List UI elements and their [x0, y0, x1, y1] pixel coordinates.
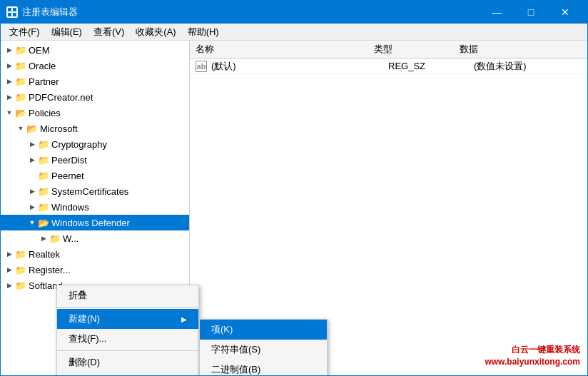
svg-rect-2 [8, 13, 11, 16]
ctx-sep-2 [57, 350, 198, 351]
folder-icon-policies: 📂 [15, 108, 26, 118]
tree-item-microsoft[interactable]: ▼ 📂 Microsoft [1, 121, 189, 136]
menu-view[interactable]: 查看(V) [88, 24, 130, 40]
menu-edit[interactable]: 编辑(E) [46, 24, 88, 40]
tree-item-pdfcreator[interactable]: ▶ 📁 PDFCreator.net [1, 89, 189, 105]
submenu-key[interactable]: 项(K) [200, 320, 327, 340]
menu-file[interactable]: 文件(F) [4, 24, 46, 40]
close-button[interactable]: ✕ [549, 1, 582, 24]
ctx-sep-1 [57, 307, 198, 308]
expand-wsub1[interactable]: ▶ [38, 233, 49, 244]
expand-windefender[interactable]: ▼ [26, 217, 38, 228]
tree-item-register[interactable]: ▶ 📁 Register... [1, 262, 189, 278]
tree-item-windows[interactable]: ▶ 📁 Windows [1, 199, 189, 215]
expand-systemcerts[interactable]: ▶ [26, 186, 38, 197]
tree-label-policies: Policies [29, 108, 61, 118]
folder-icon-oracle: 📁 [15, 61, 26, 71]
tree-label-register: Register... [29, 265, 71, 275]
reg-type-icon: ab [196, 61, 207, 72]
folder-icon-peernet: 📁 [38, 171, 49, 181]
expand-oracle[interactable]: ▶ [4, 60, 15, 71]
registry-editor-window: 注册表编辑器 — □ ✕ 文件(F) 编辑(E) 查看(V) 收藏夹(A) 帮助… [0, 0, 588, 376]
folder-icon-systemcerts: 📁 [38, 186, 49, 197]
tree-label-windows: Windows [51, 202, 89, 213]
reg-data: (数值未设置) [474, 60, 582, 73]
ctx-delete[interactable]: 删除(D) [57, 352, 198, 372]
folder-icon-wsub1: 📁 [49, 233, 61, 244]
details-header: 名称 类型 数据 [190, 41, 587, 59]
expand-oem[interactable]: ▶ [4, 44, 15, 56]
tree-item-oracle[interactable]: ▶ 📁 Oracle [1, 58, 189, 73]
app-icon [6, 6, 18, 18]
submenu-binary[interactable]: 二进制值(B) [200, 360, 327, 375]
context-menu: 折叠 新建(N) ▶ 查找(F)... 删除(D) 重命名(R) [56, 285, 199, 375]
ctx-new[interactable]: 新建(N) ▶ [57, 309, 198, 329]
tree-item-peerdist[interactable]: ▶ 📁 PeerDist [1, 152, 189, 168]
tree-label-microsoft: Microsoft [40, 123, 78, 134]
menu-favorites[interactable]: 收藏夹(A) [130, 24, 181, 40]
tree-item-cryptography[interactable]: ▶ 📁 Cryptography [1, 136, 189, 152]
tree-item-realtek[interactable]: ▶ 📁 Realtek [1, 246, 189, 262]
submenu-arrow: ▶ [181, 315, 187, 323]
expand-cryptography[interactable]: ▶ [26, 138, 38, 150]
expand-softland[interactable]: ▶ [4, 280, 15, 291]
folder-icon-windefender: 📂 [38, 218, 49, 228]
ctx-rename[interactable]: 重命名(R) [57, 372, 198, 375]
folder-icon-pdfcreator: 📁 [15, 92, 26, 103]
expand-realtek[interactable]: ▶ [4, 248, 15, 260]
folder-icon-oem: 📁 [15, 45, 26, 56]
tree-item-partner[interactable]: ▶ 📁 Partner [1, 73, 189, 89]
tree-label-partner: Partner [29, 76, 59, 87]
tree-label-oem: OEM [29, 45, 50, 56]
window-title: 注册表编辑器 [22, 6, 480, 19]
folder-icon-softland: 📁 [15, 280, 26, 291]
tree-label-realtek: Realtek [29, 249, 60, 260]
expand-microsoft[interactable]: ▼ [15, 123, 26, 134]
tree-item-wsub1[interactable]: ▶ 📁 W... [1, 230, 189, 246]
expand-pdfcreator[interactable]: ▶ [4, 91, 15, 103]
tree-label-pdfcreator: PDFCreator.net [29, 92, 93, 103]
svg-rect-3 [13, 13, 16, 16]
tree-label-oracle: Oracle [29, 61, 56, 71]
svg-rect-0 [8, 8, 11, 11]
maximize-button[interactable]: □ [514, 1, 547, 24]
folder-icon-windows: 📁 [38, 202, 49, 213]
reg-type: REG_SZ [388, 61, 474, 71]
ctx-collapse[interactable]: 折叠 [57, 285, 198, 305]
col-header-type: 类型 [374, 43, 460, 56]
submenu-string[interactable]: 字符串值(S) [200, 340, 327, 360]
expand-peerdist[interactable]: ▶ [26, 154, 38, 166]
folder-icon-realtek: 📁 [15, 249, 26, 260]
main-content: ▶ 📁 OEM ▶ 📁 Oracle ▶ 📁 Partner [1, 41, 587, 375]
window-controls: — □ ✕ [480, 1, 582, 24]
expand-partner[interactable]: ▶ [4, 76, 15, 87]
folder-icon-cryptography: 📁 [38, 139, 49, 150]
tree-item-windefender[interactable]: ▼ 📂 Windows Defender [1, 215, 189, 230]
expand-policies[interactable]: ▼ [4, 107, 15, 118]
title-bar: 注册表编辑器 — □ ✕ [1, 1, 587, 24]
tree-label-peernet: Peernet [51, 171, 84, 181]
tree-label-windefender: Windows Defender [51, 218, 130, 228]
submenu: 项(K) 字符串值(S) 二进制值(B) DWORD (32 位)值(D) QW… [199, 319, 328, 375]
tree-label-cryptography: Cryptography [51, 139, 107, 150]
tree-item-oem[interactable]: ▶ 📁 OEM [1, 42, 189, 58]
details-row-default[interactable]: ab (默认) REG_SZ (数值未设置) [190, 59, 587, 74]
tree-item-policies[interactable]: ▼ 📂 Policies [1, 105, 189, 121]
tree-item-peernet[interactable]: 📁 Peernet [1, 168, 189, 183]
tree-label-peerdist: PeerDist [51, 155, 87, 166]
tree-label-systemcerts: SystemCertificates [51, 186, 128, 197]
expand-windows[interactable]: ▶ [26, 201, 38, 213]
menu-help[interactable]: 帮助(H) [182, 24, 225, 40]
expand-register[interactable]: ▶ [4, 264, 15, 275]
folder-icon-peerdist: 📁 [38, 155, 49, 166]
ctx-find[interactable]: 查找(F)... [57, 329, 198, 349]
col-header-data: 数据 [460, 43, 582, 56]
expand-peernet[interactable] [26, 170, 38, 181]
col-header-name: 名称 [196, 43, 374, 56]
folder-icon-register: 📁 [15, 265, 26, 275]
minimize-button[interactable]: — [480, 1, 513, 24]
menu-bar: 文件(F) 编辑(E) 查看(V) 收藏夹(A) 帮助(H) [1, 24, 587, 41]
reg-name: (默认) [210, 60, 388, 73]
svg-rect-1 [13, 8, 16, 11]
tree-item-systemcerts[interactable]: ▶ 📁 SystemCertificates [1, 183, 189, 199]
